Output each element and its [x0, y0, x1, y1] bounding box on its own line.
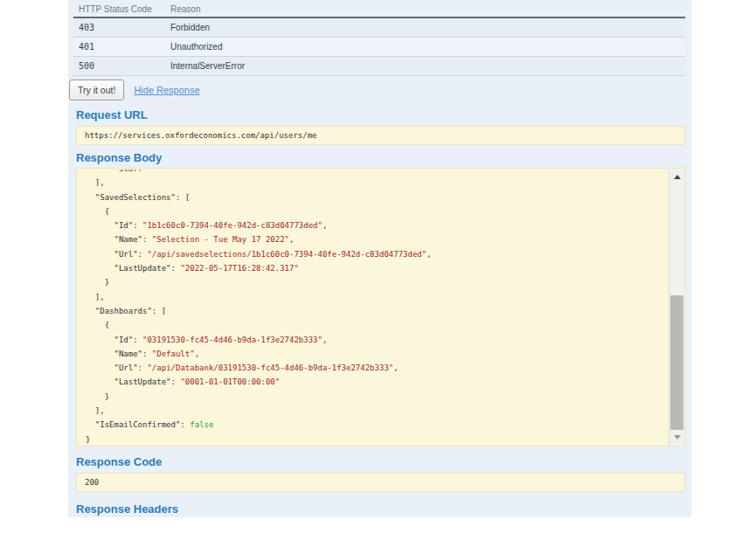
request-url-value: https://services.oxfordeconomics.com/api… — [76, 126, 685, 145]
table-row: 401Unauthorized — [73, 38, 685, 57]
json-line: "Dashboards": [ — [86, 304, 669, 318]
hide-response-link[interactable]: Hide Response — [134, 85, 199, 95]
json-line: "Name": "Default", — [86, 347, 669, 361]
request-url-heading: Request URL — [76, 108, 691, 122]
response-body-box[interactable]: "Staff" ], "SavedSelections": [ { "Id": … — [76, 168, 685, 447]
json-line: "Id": "03191530-fc45-4d46-b9da-1f3e2742b… — [86, 333, 669, 347]
scroll-down-button[interactable] — [669, 430, 684, 445]
json-line: "LastUpdate": "0001-01-01T00:00:00" — [86, 375, 669, 389]
reason-cell: Forbidden — [165, 17, 685, 38]
json-line: } — [86, 390, 669, 404]
status-code-table: HTTP Status Code Reason 403Forbidden401U… — [73, 0, 685, 76]
json-line: "Url": "/api/Databank/03191530-fc45-4d46… — [86, 361, 669, 375]
status-code-column-header: HTTP Status Code — [73, 0, 165, 17]
response-body-scroll-area[interactable]: "Staff" ], "SavedSelections": [ { "Id": … — [78, 170, 669, 445]
response-code-value: 200 — [76, 473, 685, 492]
json-line: "Url": "/api/savedselections/1b1c60c0-73… — [86, 247, 669, 261]
json-line: } — [86, 275, 669, 289]
status-code-cell: 403 — [73, 17, 165, 38]
scroll-up-button[interactable] — [669, 170, 684, 184]
json-line: ], — [86, 290, 669, 304]
json-line: "SavedSelections": [ — [86, 190, 669, 204]
reason-column-header: Reason — [165, 0, 685, 17]
table-row: 403Forbidden — [73, 17, 685, 38]
arrow-down-icon — [674, 435, 681, 440]
try-it-out-button[interactable]: Try it out! — [69, 80, 124, 100]
reason-cell: InternalServerError — [165, 57, 685, 76]
json-line: "Name": "Selection - Tue May 17 2022", — [86, 232, 669, 246]
api-response-panel: HTTP Status Code Reason 403Forbidden401U… — [68, 0, 691, 517]
response-body-json: "Staff" ], "SavedSelections": [ { "Id": … — [78, 170, 669, 445]
scrollbar-thumb[interactable] — [670, 295, 683, 430]
json-line: ], — [86, 404, 669, 418]
reason-cell: Unauthorized — [165, 38, 685, 57]
arrow-up-icon — [674, 175, 681, 179]
response-code-heading: Response Code — [76, 455, 691, 469]
json-line: ], — [86, 176, 669, 190]
status-code-cell: 401 — [73, 38, 165, 57]
table-row: 500InternalServerError — [73, 57, 685, 76]
json-line: { — [86, 204, 669, 218]
status-code-cell: 500 — [73, 57, 165, 76]
json-line: } — [86, 433, 669, 445]
response-headers-heading: Response Headers — [76, 502, 691, 516]
json-line: "LastUpdate": "2022-05-17T16:28:42.317" — [86, 261, 669, 275]
json-line: "Staff" — [86, 170, 669, 176]
status-table-header-row: HTTP Status Code Reason — [73, 0, 685, 17]
json-line: "IsEmailConfirmed": false — [86, 418, 669, 432]
response-body-heading: Response Body — [76, 151, 691, 165]
json-line: "Id": "1b1c60c0-7394-40fe-942d-c83d04773… — [86, 218, 669, 232]
scrollbar-track[interactable] — [669, 170, 683, 445]
json-line: { — [86, 318, 669, 332]
actions-row: Try it out! Hide Response — [69, 79, 691, 101]
